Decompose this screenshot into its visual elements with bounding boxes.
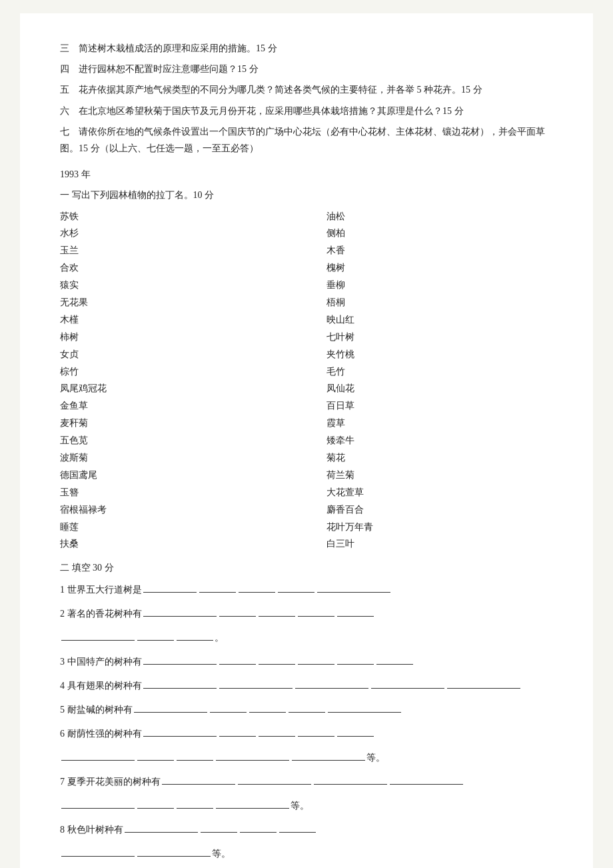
fill-item-2-cont: 。	[60, 629, 553, 647]
list-item: 宿根福禄考	[60, 501, 287, 519]
list-item: 花叶万年青	[326, 519, 553, 536]
blank	[447, 688, 520, 689]
fill-num-4: 4	[60, 681, 67, 691]
q7-num: 七	[60, 127, 69, 137]
list-item: 霞草	[326, 415, 553, 432]
page: 三 简述树木栽植成活的原理和应采用的措施。15 分 四 进行园林恕不配置时应注意…	[20, 13, 593, 868]
list-item: 麦秆菊	[60, 415, 287, 432]
blank	[137, 808, 174, 809]
fill-item-7: 7 夏季开花美丽的树种有	[60, 773, 553, 791]
blank	[219, 688, 293, 689]
list-item: 梧桐	[326, 294, 553, 311]
etc-8: 等。	[212, 849, 231, 859]
list-item: 木槿	[60, 311, 287, 329]
blank	[143, 688, 217, 689]
list-item: 睡莲	[60, 519, 287, 536]
fill-num-8: 8	[60, 825, 67, 835]
list-item: 荷兰菊	[326, 467, 553, 484]
blank	[143, 592, 197, 593]
list-item: 木香	[326, 242, 553, 259]
blank	[292, 760, 365, 761]
list-item: 侧柏	[326, 225, 553, 242]
question-4: 四 进行园林恕不配置时应注意哪些问题？15 分	[60, 61, 553, 77]
q5-num: 五	[60, 85, 69, 95]
blank	[317, 592, 390, 593]
blank	[137, 856, 211, 857]
list-item: 麝香百合	[326, 501, 553, 519]
fill-num-6: 6	[60, 729, 67, 739]
fill-item-6: 6 耐荫性强的树种有	[60, 725, 553, 743]
list-item: 棕竹	[60, 363, 287, 381]
blank	[162, 784, 235, 785]
list-item: 猿实	[60, 277, 287, 294]
blank	[238, 784, 311, 785]
blank	[240, 832, 277, 833]
list-item: 波斯菊	[60, 449, 287, 467]
blank	[137, 760, 174, 761]
blank	[210, 712, 247, 713]
blank	[61, 760, 135, 761]
fill-text-6: 耐荫性强的树种有	[67, 729, 142, 739]
blank	[216, 808, 289, 809]
dot-end-2: 。	[215, 633, 224, 643]
fill-num-3: 3	[60, 657, 67, 667]
blank	[249, 712, 286, 713]
list-item: 水杉	[60, 225, 287, 242]
blank	[239, 592, 275, 593]
year-heading: 1993 年	[60, 166, 553, 183]
fill-item-7-cont: 等。	[60, 797, 553, 815]
q4-text: 进行园林恕不配置时应注意哪些问题？15 分	[79, 64, 259, 74]
top-questions: 三 简述树木栽植成活的原理和应采用的措施。15 分 四 进行园林恕不配置时应注意…	[60, 40, 553, 157]
blank	[376, 664, 413, 665]
blank	[259, 664, 295, 665]
blank	[61, 856, 135, 857]
question-6: 六 在北京地区希望秋菊于国庆节及元月份开花，应采用哪些具体栽培措施？其原理是什么…	[60, 103, 553, 119]
q3-num: 三	[60, 43, 69, 53]
fill-text-7: 夏季开花美丽的树种有	[67, 777, 161, 787]
blank	[219, 664, 256, 665]
blank	[278, 592, 314, 593]
blank	[337, 736, 374, 737]
blank	[143, 736, 217, 737]
blank	[390, 784, 463, 785]
fill-text-8: 秋色叶树种有	[67, 825, 123, 835]
blank	[177, 808, 213, 809]
q7-text: 请依你所在地的气候条件设置出一个国庆节的广场中心花坛（必有中心花材、主体花材、镶…	[60, 127, 545, 153]
blank	[201, 832, 237, 833]
blank	[298, 664, 334, 665]
list-item: 德国鸢尾	[60, 467, 287, 484]
blank	[279, 832, 316, 833]
blank	[314, 784, 387, 785]
q5-text: 花卉依据其原产地气候类型的不同分为哪几类？简述各类气候的主要特征，并各举 5 种…	[79, 85, 482, 95]
blank	[337, 616, 374, 617]
list-item: 垂柳	[326, 277, 553, 294]
list-item: 无花果	[60, 294, 287, 311]
blank	[177, 640, 213, 641]
fill-num-7: 7	[60, 777, 67, 787]
list-item: 菊花	[326, 449, 553, 467]
fill-num-2: 2	[60, 609, 67, 619]
list-item: 玉簪	[60, 484, 287, 501]
list-item: 凤尾鸡冠花	[60, 380, 287, 397]
blank	[259, 736, 295, 737]
blank	[61, 640, 135, 641]
list-item: 扶桑	[60, 535, 287, 553]
list-item: 毛竹	[326, 363, 553, 381]
list-item: 柿树	[60, 329, 287, 346]
blank	[143, 664, 217, 665]
fill-num-5: 5	[60, 705, 67, 715]
fill-item-5: 5 耐盐碱的树种有	[60, 701, 553, 719]
question-5: 五 花卉依据其原产地气候类型的不同分为哪几类？简述各类气候的主要特征，并各举 5…	[60, 81, 553, 98]
blank	[216, 760, 289, 761]
etc-6: 等。	[366, 753, 385, 763]
blank	[199, 592, 236, 593]
etc-7: 等。	[291, 801, 309, 811]
plant-grid: 苏铁 水杉 玉兰 合欢 猿实 无花果 木槿 柿树 女贞 棕竹 凤尾鸡冠花 金鱼草…	[60, 208, 553, 553]
section-two-title: 二 填空 30 分	[60, 559, 553, 576]
list-item: 大花萱草	[326, 484, 553, 501]
section-two: 二 填空 30 分 1 世界五大行道树是 2 著名的香花树种有 。 3 中国特产…	[60, 559, 553, 868]
section-one-title: 一 写出下列园林植物的拉丁名。10 分	[60, 187, 553, 203]
list-item: 凤仙花	[326, 380, 553, 397]
blank	[298, 616, 334, 617]
fill-item-4: 4 具有翅果的树种有	[60, 677, 553, 695]
